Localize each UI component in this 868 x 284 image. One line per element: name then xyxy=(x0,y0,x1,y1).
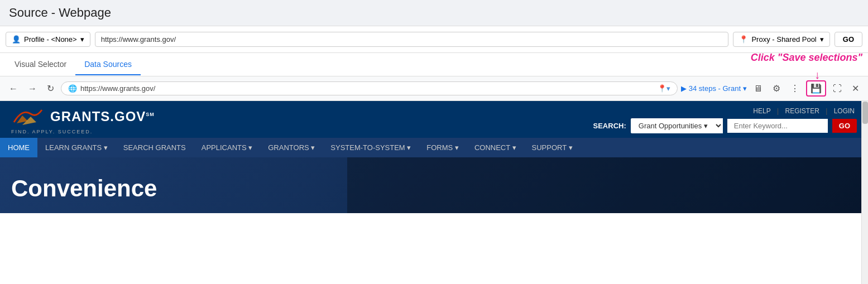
search-label: SEARCH: xyxy=(593,122,626,130)
close-button[interactable]: ✕ xyxy=(848,81,862,96)
chevron-down-icon: ▾ xyxy=(80,35,84,44)
nav-item-applicants[interactable]: APPLICANTS ▾ xyxy=(194,138,261,157)
browser-url-bar[interactable]: 🌐 https://www.grants.gov/ 📍▾ xyxy=(61,81,678,95)
proxy-label: Proxy - Shared Pool xyxy=(751,35,816,44)
login-link[interactable]: LOGIN xyxy=(834,107,855,115)
hero-text: Convenience xyxy=(11,175,157,202)
forward-button[interactable]: → xyxy=(25,81,40,96)
search-row: SEARCH: Grant Opportunities ▾ GO xyxy=(593,118,857,133)
location-icon: 📍 xyxy=(739,35,748,44)
tab-bar: Visual Selector Data Sources Click "Save… xyxy=(0,53,868,76)
nav-item-search-grants[interactable]: SEARCH GRANTS xyxy=(116,138,194,157)
location-pin-icon: 📍▾ xyxy=(658,84,670,93)
search-dropdown[interactable]: Grant Opportunities ▾ xyxy=(631,118,723,133)
chevron-down-icon-proxy: ▾ xyxy=(820,35,824,44)
title-bar: Source - Webpage xyxy=(0,0,868,26)
tab-visual-selector[interactable]: Visual Selector xyxy=(6,54,75,75)
profile-button[interactable]: 👤 Profile - <None> ▾ xyxy=(6,32,90,47)
pipe-divider2: | xyxy=(826,107,829,115)
grants-top-bar: GRANTS.GOVSM FIND. APPLY. SUCCEED. HELP … xyxy=(0,101,868,138)
browser-nav: ← → ↻ 🌐 https://www.grants.gov/ 📍▾ ▶ 34 … xyxy=(0,76,868,101)
annotation-arrow: ↓ xyxy=(814,69,820,81)
location-icon-browser: 🌐 xyxy=(68,84,77,93)
keyword-input[interactable] xyxy=(727,119,828,133)
save-selections-button[interactable]: 💾 xyxy=(806,80,826,97)
annotation-text: Click "Save selections" xyxy=(751,52,862,64)
url-input[interactable] xyxy=(95,32,729,47)
nav-item-grantors[interactable]: GRANTORS ▾ xyxy=(260,138,323,157)
monitor-icon-button[interactable]: 🖥 xyxy=(750,81,766,96)
browser-url-text: https://www.grants.gov/ xyxy=(80,84,654,93)
grants-logo-icon xyxy=(11,105,45,128)
top-toolbar: 👤 Profile - <None> ▾ 📍 Proxy - Shared Po… xyxy=(0,26,868,53)
grants-logo-text: GRANTS.GOVSM xyxy=(11,105,155,128)
user-icon: 👤 xyxy=(12,35,21,44)
toolbar-icons: 🖥 ⚙ ⋮ 💾 ⛶ ✕ xyxy=(750,80,862,97)
website-content: GRANTS.GOVSM FIND. APPLY. SUCCEED. HELP … xyxy=(0,101,868,284)
nav-item-home[interactable]: HOME xyxy=(0,138,37,157)
grants-tagline: FIND. APPLY. SUCCEED. xyxy=(11,129,155,134)
tab-data-sources[interactable]: Data Sources xyxy=(75,54,141,75)
nav-item-forms[interactable]: FORMS ▾ xyxy=(419,138,467,157)
grants-top-right: HELP | REGISTER | LOGIN SEARCH: Grant Op… xyxy=(593,107,857,133)
nav-item-system-to-system[interactable]: SYSTEM-TO-SYSTEM ▾ xyxy=(323,138,419,157)
more-options-button[interactable]: ⋮ xyxy=(787,81,803,96)
play-icon: ▶ xyxy=(681,84,687,93)
grants-hero: Convenience xyxy=(0,157,868,213)
grants-nav: HOME LEARN GRANTS ▾ SEARCH GRANTS APPLIC… xyxy=(0,138,868,157)
chevron-steps: ▾ xyxy=(743,84,747,93)
nav-item-support[interactable]: SUPPORT ▾ xyxy=(524,138,581,157)
steps-badge[interactable]: ▶ 34 steps - Grant ▾ xyxy=(681,84,747,93)
grants-header: GRANTS.GOVSM FIND. APPLY. SUCCEED. HELP … xyxy=(0,101,868,157)
steps-label: 34 steps - Grant xyxy=(689,84,741,93)
register-link[interactable]: REGISTER xyxy=(785,107,819,115)
pipe-divider1: | xyxy=(777,107,780,115)
scrollbar[interactable] xyxy=(861,101,868,284)
nav-item-learn-grants[interactable]: LEARN GRANTS ▾ xyxy=(37,138,116,157)
proxy-button[interactable]: 📍 Proxy - Shared Pool ▾ xyxy=(733,32,829,47)
nav-item-connect[interactable]: CONNECT ▾ xyxy=(467,138,524,157)
grants-logo-area: GRANTS.GOVSM FIND. APPLY. SUCCEED. xyxy=(11,105,155,134)
profile-label: Profile - <None> xyxy=(24,35,77,44)
refresh-button[interactable]: ↻ xyxy=(44,81,57,96)
grants-links: HELP | REGISTER | LOGIN xyxy=(751,107,857,115)
grants-gov-logo-text: GRANTS.GOVSM xyxy=(50,109,155,124)
go-button[interactable]: GO xyxy=(835,32,862,47)
settings-icon-button[interactable]: ⚙ xyxy=(769,81,784,96)
back-button[interactable]: ← xyxy=(6,81,21,96)
help-link[interactable]: HELP xyxy=(753,107,770,115)
search-go-button[interactable]: GO xyxy=(832,119,857,133)
hero-overlay xyxy=(347,157,868,213)
page-title: Source - Webpage xyxy=(9,6,111,20)
expand-button[interactable]: ⛶ xyxy=(829,81,845,96)
scrollbar-thumb[interactable] xyxy=(862,102,868,124)
